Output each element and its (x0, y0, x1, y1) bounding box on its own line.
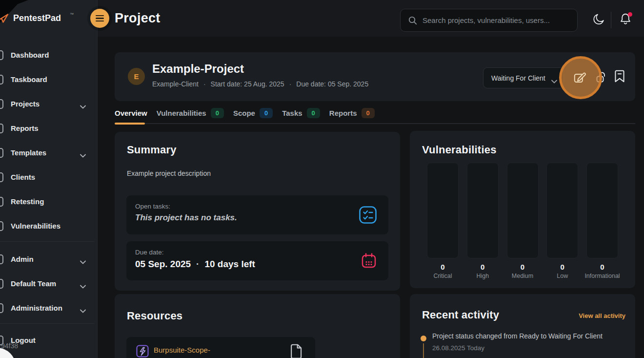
sidebar-item-projects[interactable]: Projects (0, 96, 98, 113)
global-search[interactable] (400, 9, 578, 32)
chevron-down-icon (80, 102, 86, 111)
vulnerabilities-title: Vulnerabilities (422, 144, 497, 156)
chevron-down-icon (80, 151, 86, 160)
summary-card: Summary Example project description Open… (115, 132, 400, 291)
recent-activity-title: Recent activity (422, 309, 499, 321)
header-divider (611, 12, 611, 28)
resource-name: Burpsuite-Scope- (154, 346, 210, 354)
bookmark-project-button[interactable] (614, 69, 625, 85)
vulnerabilities-count-badge: 0 (211, 108, 224, 118)
project-due-date: Due date: 05 Sep. 2025 (296, 80, 368, 88)
dark-mode-toggle[interactable] (591, 12, 606, 28)
page-title: Project (115, 11, 161, 26)
edit-pencil-icon (571, 70, 587, 87)
project-header-card: E Example-Project Example-Client · Start… (115, 52, 635, 101)
taskboard-icon (0, 75, 3, 84)
sidebar-item-default-team[interactable]: Default Team (0, 276, 98, 293)
sidebar-item-clients[interactable]: Clients (0, 169, 98, 186)
sidebar-item-administration[interactable]: Administration (0, 300, 98, 317)
sidebar-item-templates[interactable]: Templates (0, 145, 98, 162)
project-tabs: Overview Vulnerabilities 0 Scope 0 Tasks… (115, 105, 635, 124)
project-name: Example-Project (152, 62, 244, 76)
tab-tasks[interactable]: Tasks 0 (282, 108, 320, 118)
severity-column-high: 0 High (467, 163, 499, 279)
sidebar-item-admin[interactable]: Admin (0, 252, 98, 268)
search-icon (408, 16, 418, 25)
resources-card: Resources Burpsuite-Scope- (115, 294, 400, 358)
open-tasks-panel[interactable]: Open tasks: This project has no tasks. (126, 195, 388, 234)
retesting-icon (0, 197, 3, 207)
calendar-icon (360, 252, 378, 270)
projects-icon (0, 99, 3, 109)
templates-icon (0, 148, 3, 158)
tasks-count-badge: 0 (307, 108, 320, 118)
sidebar-item-taskboard[interactable]: Taskboard (0, 72, 98, 88)
resources-title: Resources (127, 310, 182, 322)
chevron-down-icon (80, 282, 86, 291)
clients-icon (0, 172, 3, 182)
days-left: 10 days left (204, 259, 255, 270)
tab-vulnerabilities[interactable]: Vulnerabilities 0 (157, 108, 224, 118)
view-all-activity-link[interactable]: View all activity (579, 312, 625, 319)
project-description: Example project description (127, 169, 211, 177)
dashboard-icon (0, 50, 3, 60)
severity-bar (507, 163, 539, 258)
bookmark-minus-icon (614, 69, 625, 85)
sidebar-toggle-button[interactable] (90, 9, 109, 28)
activity-item-date: 26.08.2025 Today (432, 344, 484, 352)
resource-file-type-icon (135, 344, 150, 358)
activity-item-text: Project status changed from Ready to Wai… (432, 332, 608, 340)
moon-icon (592, 13, 605, 28)
reports-count-badge: 0 (362, 108, 375, 118)
severity-bar (546, 163, 578, 258)
sidebar-item-dashboard[interactable]: Dashboard (0, 47, 98, 64)
app-logo[interactable]: PentestPad ™ (0, 11, 98, 26)
tab-scope[interactable]: Scope 0 (233, 108, 273, 118)
search-input[interactable] (418, 16, 577, 24)
active-tab-underline (115, 123, 145, 125)
chevron-down-icon (80, 306, 86, 315)
status-value: Waiting For Client (491, 74, 545, 82)
severity-column-informational: 0 Informational (586, 163, 618, 279)
vulnerability-severity-chart: 0 Critical 0 High 0 Medium 0 Low 0 I (427, 163, 618, 279)
sidebar-item-retesting[interactable]: Retesting (0, 194, 98, 211)
app-window: Project PentestPad ™ Dashboard (0, 0, 644, 358)
tabs-track (115, 123, 635, 124)
download-file-icon[interactable] (289, 343, 303, 358)
due-date-value: 05 Sep. 2025 · 10 days left (135, 259, 255, 270)
reports-icon (0, 124, 3, 133)
severity-column-medium: 0 Medium (507, 163, 539, 279)
project-status-dropdown[interactable]: Waiting For Client (483, 67, 564, 88)
resource-list-item[interactable]: Burpsuite-Scope- (126, 337, 315, 358)
edit-project-button[interactable] (571, 70, 587, 87)
hamburger-icon (96, 15, 104, 16)
timeline-line (423, 343, 424, 358)
project-avatar: E (128, 68, 145, 85)
notification-badge (628, 12, 632, 17)
project-start-date: Start date: 25 Aug. 2025 (211, 80, 284, 88)
timeline-dot (421, 336, 426, 341)
sidebar-item-vulnerabilities[interactable]: Vulnerabilities (0, 218, 98, 235)
tab-reports[interactable]: Reports 0 (329, 108, 375, 118)
due-date-panel: Due date: 05 Sep. 2025 · 10 days left (126, 241, 388, 280)
vulnerabilities-icon (0, 221, 3, 231)
chevron-down-icon (551, 77, 557, 85)
sidebar-divider (0, 323, 94, 324)
vulnerabilities-card: Vulnerabilities 0 Critical 0 High 0 Medi… (410, 131, 635, 288)
severity-column-critical: 0 Critical (427, 163, 459, 279)
summary-title: Summary (127, 144, 177, 156)
app-name: PentestPad (13, 13, 61, 23)
checklist-icon (358, 205, 378, 225)
severity-bar (427, 163, 459, 258)
administration-icon (0, 303, 3, 313)
severity-bar (586, 163, 618, 258)
severity-bar (467, 163, 499, 258)
project-meta: Example-Client · Start date: 25 Aug. 202… (152, 80, 368, 88)
sidebar-item-reports[interactable]: Reports (0, 121, 98, 137)
open-tasks-label: Open tasks: (135, 203, 170, 210)
sidebar-divider (0, 241, 94, 242)
notifications-button[interactable] (618, 12, 633, 28)
tab-overview[interactable]: Overview (115, 109, 147, 117)
trademark: ™ (70, 12, 74, 17)
chevron-down-icon (80, 257, 86, 266)
